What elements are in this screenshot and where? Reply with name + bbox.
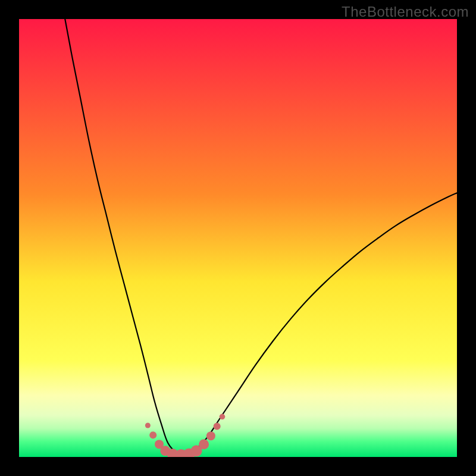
highlight-marker — [199, 439, 209, 449]
highlight-marker — [145, 423, 151, 428]
highlight-marker — [214, 422, 221, 430]
watermark-text: TheBottleneck.com — [342, 4, 469, 20]
plot-area — [19, 19, 457, 457]
highlight-marker — [206, 431, 215, 440]
highlight-marker — [220, 414, 226, 419]
bottleneck-chart — [19, 19, 457, 457]
highlight-marker — [149, 431, 156, 439]
chart-frame: TheBottleneck.com — [0, 0, 476, 476]
